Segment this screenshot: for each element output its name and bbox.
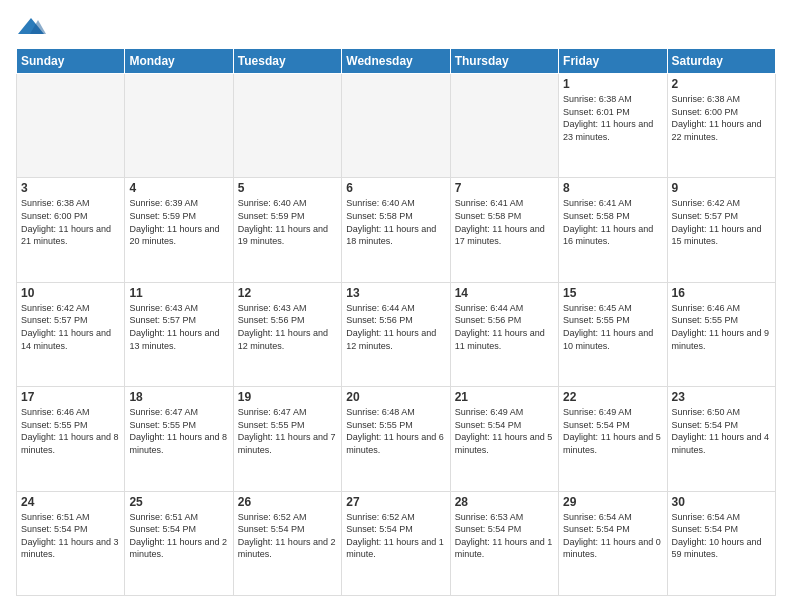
calendar-cell: 21Sunrise: 6:49 AM Sunset: 5:54 PM Dayli… <box>450 387 558 491</box>
calendar-row-1: 3Sunrise: 6:38 AM Sunset: 6:00 PM Daylig… <box>17 178 776 282</box>
cell-text: Sunrise: 6:38 AM Sunset: 6:00 PM Dayligh… <box>672 93 771 143</box>
calendar-row-4: 24Sunrise: 6:51 AM Sunset: 5:54 PM Dayli… <box>17 491 776 595</box>
col-header-tuesday: Tuesday <box>233 49 341 74</box>
day-number: 9 <box>672 181 771 195</box>
calendar-cell <box>233 74 341 178</box>
logo-icon <box>16 16 46 38</box>
col-header-friday: Friday <box>559 49 667 74</box>
calendar-table: SundayMondayTuesdayWednesdayThursdayFrid… <box>16 48 776 596</box>
day-number: 28 <box>455 495 554 509</box>
day-number: 16 <box>672 286 771 300</box>
cell-text: Sunrise: 6:52 AM Sunset: 5:54 PM Dayligh… <box>238 511 337 561</box>
col-header-sunday: Sunday <box>17 49 125 74</box>
cell-text: Sunrise: 6:42 AM Sunset: 5:57 PM Dayligh… <box>672 197 771 247</box>
calendar-cell <box>342 74 450 178</box>
cell-text: Sunrise: 6:41 AM Sunset: 5:58 PM Dayligh… <box>455 197 554 247</box>
col-header-thursday: Thursday <box>450 49 558 74</box>
calendar-cell: 25Sunrise: 6:51 AM Sunset: 5:54 PM Dayli… <box>125 491 233 595</box>
cell-text: Sunrise: 6:39 AM Sunset: 5:59 PM Dayligh… <box>129 197 228 247</box>
calendar-cell: 29Sunrise: 6:54 AM Sunset: 5:54 PM Dayli… <box>559 491 667 595</box>
cell-text: Sunrise: 6:49 AM Sunset: 5:54 PM Dayligh… <box>563 406 662 456</box>
day-number: 14 <box>455 286 554 300</box>
day-number: 18 <box>129 390 228 404</box>
day-number: 15 <box>563 286 662 300</box>
cell-text: Sunrise: 6:38 AM Sunset: 6:01 PM Dayligh… <box>563 93 662 143</box>
calendar-cell: 7Sunrise: 6:41 AM Sunset: 5:58 PM Daylig… <box>450 178 558 282</box>
calendar-cell: 13Sunrise: 6:44 AM Sunset: 5:56 PM Dayli… <box>342 282 450 386</box>
calendar-cell: 3Sunrise: 6:38 AM Sunset: 6:00 PM Daylig… <box>17 178 125 282</box>
calendar-cell: 17Sunrise: 6:46 AM Sunset: 5:55 PM Dayli… <box>17 387 125 491</box>
day-number: 4 <box>129 181 228 195</box>
day-number: 3 <box>21 181 120 195</box>
calendar-cell: 16Sunrise: 6:46 AM Sunset: 5:55 PM Dayli… <box>667 282 775 386</box>
cell-text: Sunrise: 6:40 AM Sunset: 5:58 PM Dayligh… <box>346 197 445 247</box>
cell-text: Sunrise: 6:44 AM Sunset: 5:56 PM Dayligh… <box>346 302 445 352</box>
calendar-cell: 5Sunrise: 6:40 AM Sunset: 5:59 PM Daylig… <box>233 178 341 282</box>
day-number: 30 <box>672 495 771 509</box>
calendar-cell: 9Sunrise: 6:42 AM Sunset: 5:57 PM Daylig… <box>667 178 775 282</box>
col-header-saturday: Saturday <box>667 49 775 74</box>
calendar-cell: 14Sunrise: 6:44 AM Sunset: 5:56 PM Dayli… <box>450 282 558 386</box>
cell-text: Sunrise: 6:51 AM Sunset: 5:54 PM Dayligh… <box>129 511 228 561</box>
day-number: 26 <box>238 495 337 509</box>
calendar-cell: 4Sunrise: 6:39 AM Sunset: 5:59 PM Daylig… <box>125 178 233 282</box>
day-number: 20 <box>346 390 445 404</box>
calendar-cell: 2Sunrise: 6:38 AM Sunset: 6:00 PM Daylig… <box>667 74 775 178</box>
logo <box>16 16 50 38</box>
cell-text: Sunrise: 6:54 AM Sunset: 5:54 PM Dayligh… <box>563 511 662 561</box>
day-number: 19 <box>238 390 337 404</box>
calendar-cell: 23Sunrise: 6:50 AM Sunset: 5:54 PM Dayli… <box>667 387 775 491</box>
calendar-cell <box>450 74 558 178</box>
calendar-cell: 12Sunrise: 6:43 AM Sunset: 5:56 PM Dayli… <box>233 282 341 386</box>
day-number: 2 <box>672 77 771 91</box>
cell-text: Sunrise: 6:42 AM Sunset: 5:57 PM Dayligh… <box>21 302 120 352</box>
page: SundayMondayTuesdayWednesdayThursdayFrid… <box>0 0 792 612</box>
cell-text: Sunrise: 6:46 AM Sunset: 5:55 PM Dayligh… <box>21 406 120 456</box>
col-header-wednesday: Wednesday <box>342 49 450 74</box>
calendar-row-3: 17Sunrise: 6:46 AM Sunset: 5:55 PM Dayli… <box>17 387 776 491</box>
day-number: 5 <box>238 181 337 195</box>
day-number: 1 <box>563 77 662 91</box>
calendar-cell: 10Sunrise: 6:42 AM Sunset: 5:57 PM Dayli… <box>17 282 125 386</box>
calendar-cell: 8Sunrise: 6:41 AM Sunset: 5:58 PM Daylig… <box>559 178 667 282</box>
cell-text: Sunrise: 6:40 AM Sunset: 5:59 PM Dayligh… <box>238 197 337 247</box>
calendar-cell: 22Sunrise: 6:49 AM Sunset: 5:54 PM Dayli… <box>559 387 667 491</box>
day-number: 21 <box>455 390 554 404</box>
calendar-cell: 30Sunrise: 6:54 AM Sunset: 5:54 PM Dayli… <box>667 491 775 595</box>
calendar-cell: 6Sunrise: 6:40 AM Sunset: 5:58 PM Daylig… <box>342 178 450 282</box>
day-number: 22 <box>563 390 662 404</box>
day-number: 6 <box>346 181 445 195</box>
cell-text: Sunrise: 6:41 AM Sunset: 5:58 PM Dayligh… <box>563 197 662 247</box>
calendar-cell: 28Sunrise: 6:53 AM Sunset: 5:54 PM Dayli… <box>450 491 558 595</box>
col-header-monday: Monday <box>125 49 233 74</box>
cell-text: Sunrise: 6:54 AM Sunset: 5:54 PM Dayligh… <box>672 511 771 561</box>
day-number: 24 <box>21 495 120 509</box>
cell-text: Sunrise: 6:52 AM Sunset: 5:54 PM Dayligh… <box>346 511 445 561</box>
day-number: 25 <box>129 495 228 509</box>
header <box>16 16 776 38</box>
cell-text: Sunrise: 6:43 AM Sunset: 5:56 PM Dayligh… <box>238 302 337 352</box>
day-number: 17 <box>21 390 120 404</box>
cell-text: Sunrise: 6:48 AM Sunset: 5:55 PM Dayligh… <box>346 406 445 456</box>
day-number: 13 <box>346 286 445 300</box>
calendar-cell <box>125 74 233 178</box>
calendar-cell <box>17 74 125 178</box>
calendar-header-row: SundayMondayTuesdayWednesdayThursdayFrid… <box>17 49 776 74</box>
calendar-cell: 20Sunrise: 6:48 AM Sunset: 5:55 PM Dayli… <box>342 387 450 491</box>
cell-text: Sunrise: 6:46 AM Sunset: 5:55 PM Dayligh… <box>672 302 771 352</box>
day-number: 11 <box>129 286 228 300</box>
cell-text: Sunrise: 6:43 AM Sunset: 5:57 PM Dayligh… <box>129 302 228 352</box>
cell-text: Sunrise: 6:50 AM Sunset: 5:54 PM Dayligh… <box>672 406 771 456</box>
calendar-cell: 19Sunrise: 6:47 AM Sunset: 5:55 PM Dayli… <box>233 387 341 491</box>
cell-text: Sunrise: 6:47 AM Sunset: 5:55 PM Dayligh… <box>238 406 337 456</box>
day-number: 27 <box>346 495 445 509</box>
calendar-cell: 27Sunrise: 6:52 AM Sunset: 5:54 PM Dayli… <box>342 491 450 595</box>
day-number: 10 <box>21 286 120 300</box>
calendar-cell: 11Sunrise: 6:43 AM Sunset: 5:57 PM Dayli… <box>125 282 233 386</box>
calendar-cell: 24Sunrise: 6:51 AM Sunset: 5:54 PM Dayli… <box>17 491 125 595</box>
cell-text: Sunrise: 6:47 AM Sunset: 5:55 PM Dayligh… <box>129 406 228 456</box>
cell-text: Sunrise: 6:49 AM Sunset: 5:54 PM Dayligh… <box>455 406 554 456</box>
calendar-cell: 18Sunrise: 6:47 AM Sunset: 5:55 PM Dayli… <box>125 387 233 491</box>
cell-text: Sunrise: 6:44 AM Sunset: 5:56 PM Dayligh… <box>455 302 554 352</box>
cell-text: Sunrise: 6:53 AM Sunset: 5:54 PM Dayligh… <box>455 511 554 561</box>
